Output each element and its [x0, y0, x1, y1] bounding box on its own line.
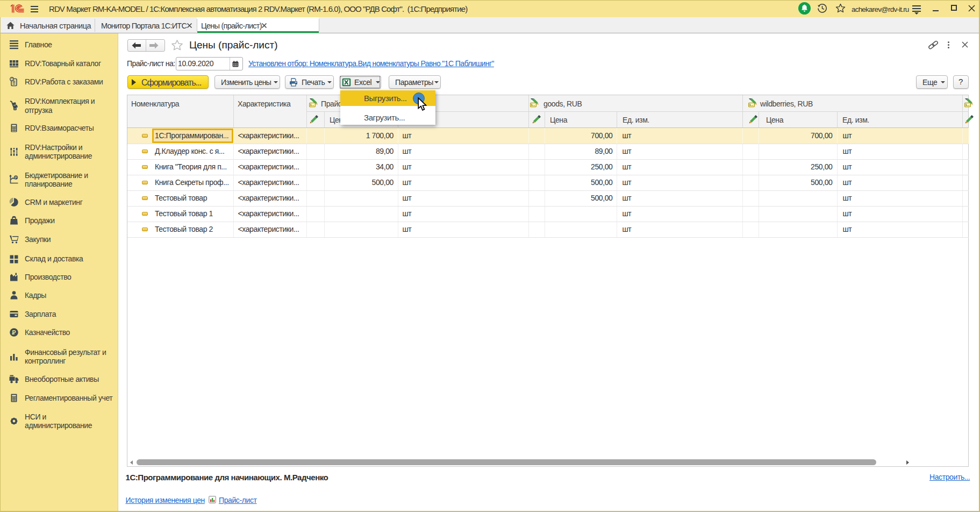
svg-text:1...: 1...	[965, 103, 970, 106]
svg-text:Р: Р	[12, 329, 16, 336]
svg-text:Р: Р	[15, 175, 17, 180]
svg-text:1...: 1...	[531, 103, 535, 106]
svg-text:1...: 1...	[749, 103, 754, 106]
svg-text:1...: 1...	[310, 103, 314, 106]
